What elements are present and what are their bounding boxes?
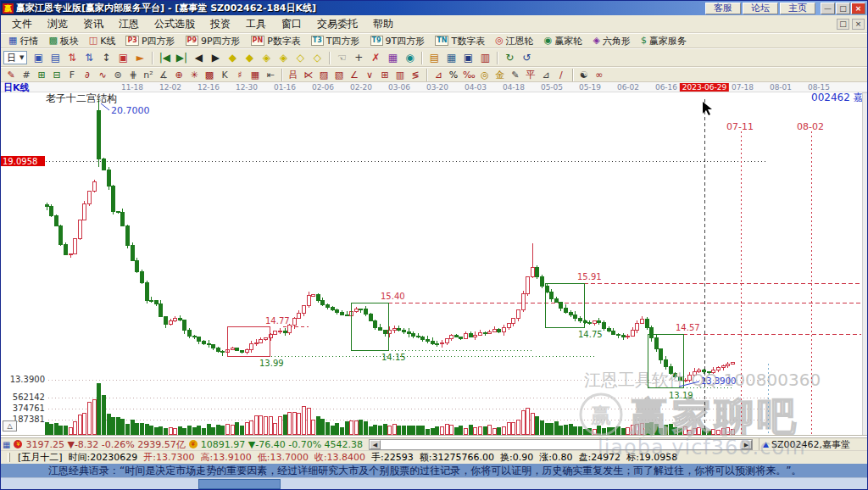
- service-button-2[interactable]: 论坛: [743, 3, 778, 14]
- mdi-close-icon[interactable]: ×: [852, 19, 865, 30]
- ink-tool[interactable]: ✎: [508, 68, 523, 81]
- info-panel-icon[interactable]: ▤: [47, 50, 64, 65]
- fib-tool[interactable]: F: [64, 68, 80, 81]
- reset-view-icon[interactable]: ◇: [309, 50, 326, 65]
- menu-item-公式选股[interactable]: 公式选股: [147, 15, 203, 33]
- taiji-icon[interactable]: ☯: [576, 68, 592, 81]
- menu-item-窗口[interactable]: 窗口: [274, 15, 309, 33]
- kline-chart[interactable]: 江恩工具软件 QQ:100800360赢赢家聊吧19.095813.390056…: [1, 92, 868, 437]
- save-icon[interactable]: ▣: [459, 50, 476, 65]
- report-icon[interactable]: ▥: [476, 50, 493, 65]
- p9-square-button[interactable]: P99P四方形: [181, 34, 246, 47]
- menu-item-江恩[interactable]: 江恩: [111, 15, 147, 33]
- last-bar-icon[interactable]: ▶|: [173, 50, 190, 65]
- menu-item-帮助[interactable]: 帮助: [365, 15, 401, 33]
- erase-tool-icon[interactable]: ✗: [367, 50, 384, 65]
- p-square-button[interactable]: P3P四方形: [120, 34, 180, 47]
- flag-icon[interactable]: ►: [131, 50, 148, 65]
- angle-tool[interactable]: ∡: [156, 68, 171, 81]
- grid-overlay-icon[interactable]: ▦: [384, 50, 401, 65]
- percent-tool[interactable]: %: [446, 68, 461, 81]
- quotes-button[interactable]: ▦行情: [3, 34, 43, 47]
- scroll-right-icon[interactable]: ▶: [741, 440, 752, 449]
- span-tool[interactable]: ⇤: [263, 68, 278, 81]
- ratio-box-tool[interactable]: 吕: [286, 68, 301, 81]
- hatch2-tool[interactable]: ▧: [331, 68, 347, 81]
- crosshair-tool-icon[interactable]: +: [350, 50, 367, 65]
- gold-section-tool[interactable]: 金: [492, 68, 508, 81]
- kline-blue-icon[interactable]: ⇅: [81, 50, 97, 65]
- chart-window-icon[interactable]: ▣: [30, 50, 47, 65]
- service-button-3[interactable]: 主页: [780, 3, 815, 14]
- measure-tool[interactable]: ⊿: [431, 68, 446, 81]
- calculator-icon[interactable]: ▦: [442, 50, 459, 65]
- menu-item-交易委托[interactable]: 交易委托: [309, 15, 365, 33]
- kline-button[interactable]: ◫K线: [84, 34, 121, 47]
- t-square-button[interactable]: T3T四方形: [306, 34, 365, 47]
- spiral-tool[interactable]: ∂: [80, 68, 95, 81]
- period-day-selector[interactable]: 日▼: [3, 51, 27, 64]
- star-tool[interactable]: ✳: [186, 68, 202, 81]
- scroll-left-icon[interactable]: ◀: [370, 440, 381, 449]
- hand-tool-icon[interactable]: ☜: [333, 50, 350, 65]
- service-button-1[interactable]: 客服: [705, 3, 741, 14]
- hash-grid-tool[interactable]: #: [19, 68, 34, 81]
- winner-service-button[interactable]: $赢家服务: [636, 34, 692, 47]
- infinity-icon[interactable]: ∞: [592, 68, 607, 81]
- hatch-tool[interactable]: ▨: [316, 68, 331, 81]
- balance-tool[interactable]: 平: [523, 68, 538, 81]
- t9-square-button[interactable]: T99T四方形: [365, 34, 431, 47]
- prev-bar-icon[interactable]: ◀: [190, 50, 207, 65]
- hexagon-button[interactable]: ◈六角形: [587, 34, 635, 47]
- k-mark-tool[interactable]: K: [217, 68, 232, 81]
- rail-tool[interactable]: ⋕: [125, 68, 141, 81]
- refresh-icon[interactable]: ↻: [501, 50, 518, 65]
- gann-square-tool[interactable]: ⊞: [34, 68, 49, 81]
- circle-cross-tool[interactable]: ⊕: [171, 68, 186, 81]
- menu-item-投资[interactable]: 投资: [203, 15, 238, 33]
- permille-tool[interactable]: ‰: [461, 68, 477, 81]
- gann-wheel-button[interactable]: ◎江恩轮: [490, 34, 539, 47]
- angle-line-tool[interactable]: ∠: [347, 68, 362, 81]
- zoom-in-icon[interactable]: ◆: [241, 50, 258, 65]
- mdi-restore-icon[interactable]: □: [837, 19, 849, 30]
- wave-tool[interactable]: ∿: [95, 68, 110, 81]
- expand-right-icon[interactable]: ◈: [275, 50, 292, 65]
- slope-tool[interactable]: ∕: [554, 68, 569, 81]
- circle-tool[interactable]: ⊜: [110, 68, 125, 81]
- horizontal-scrollbar[interactable]: ◀ ▶: [369, 439, 753, 450]
- scrollbar-track[interactable]: [381, 440, 741, 449]
- sectors-button[interactable]: ▩板块: [43, 34, 83, 47]
- maximize-button[interactable]: □: [836, 3, 850, 14]
- next-bar-icon[interactable]: ▶: [207, 50, 224, 65]
- menu-item-资讯[interactable]: 资讯: [75, 15, 111, 33]
- shade-tool[interactable]: ▩: [202, 68, 217, 81]
- expand-left-icon[interactable]: ◈: [258, 50, 275, 65]
- t-number-button[interactable]: TNT数字表: [430, 34, 490, 47]
- region-tool[interactable]: ▦: [248, 68, 263, 81]
- calendar-icon[interactable]: ▤: [426, 50, 442, 65]
- menu-item-工具[interactable]: 工具: [238, 15, 274, 33]
- kline-red-icon[interactable]: ⇅: [64, 50, 81, 65]
- winner-wheel-button[interactable]: ◉赢家轮: [539, 34, 588, 47]
- gold-circle-tool[interactable]: ◎: [477, 68, 492, 81]
- chart-vertical-scrollbar[interactable]: [863, 93, 868, 436]
- wedge-tool[interactable]: ⊿: [538, 68, 554, 81]
- grid-box-tool[interactable]: ⊞: [377, 68, 392, 81]
- first-bar-icon[interactable]: |◀: [156, 50, 173, 65]
- overlay-chart-icon[interactable]: ▣: [114, 50, 131, 65]
- fence-tool[interactable]: ♯: [232, 68, 248, 81]
- zoom-out-icon[interactable]: ◆: [224, 50, 241, 65]
- gann-square2-tool[interactable]: ⊟: [49, 68, 64, 81]
- target-cycle-icon[interactable]: ◉: [401, 50, 418, 65]
- band-tool[interactable]: ▥: [392, 68, 408, 81]
- fan-tool[interactable]: ⋉: [301, 68, 316, 81]
- menu-item-文件[interactable]: 文件: [4, 15, 40, 33]
- expand-all-icon[interactable]: ◇: [292, 50, 309, 65]
- minimize-button[interactable]: —: [821, 3, 835, 14]
- sync-icon[interactable]: ↺: [518, 50, 535, 65]
- menu-item-浏览[interactable]: 浏览: [40, 15, 75, 33]
- pencil-tool[interactable]: ✎: [3, 68, 19, 81]
- vee-tool[interactable]: ∨: [362, 68, 377, 81]
- square-n2-tool[interactable]: n²: [141, 68, 156, 81]
